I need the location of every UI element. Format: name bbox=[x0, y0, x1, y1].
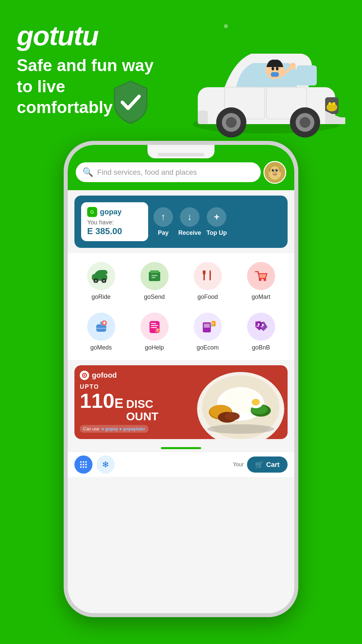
svg-point-37 bbox=[103, 280, 105, 282]
svg-text:?: ? bbox=[157, 329, 159, 332]
service-label-gomart: goMart bbox=[251, 293, 270, 301]
svg-point-46 bbox=[259, 278, 261, 281]
svg-rect-39 bbox=[150, 270, 159, 273]
car-illustration bbox=[178, 20, 355, 148]
svg-point-66 bbox=[262, 324, 264, 326]
svg-rect-44 bbox=[205, 270, 205, 274]
svg-point-47 bbox=[263, 278, 266, 281]
receive-button[interactable]: ↓ Receive bbox=[178, 207, 201, 236]
svg-rect-48 bbox=[259, 274, 265, 278]
search-input[interactable]: Find services, food and places bbox=[97, 168, 254, 177]
svg-rect-17 bbox=[271, 72, 279, 77]
service-label-gosend: goSend bbox=[144, 293, 165, 301]
svg-rect-2 bbox=[297, 65, 317, 86]
service-gomeds[interactable]: goMeds bbox=[74, 309, 128, 355]
svg-point-19 bbox=[276, 67, 279, 70]
topup-button[interactable]: + Top Up bbox=[206, 207, 227, 236]
service-label-gomeds: goMeds bbox=[90, 344, 112, 351]
svg-point-8 bbox=[326, 103, 337, 111]
pay-button[interactable]: ↑ Pay bbox=[154, 207, 173, 236]
discount-label-line1: DISC bbox=[126, 398, 158, 410]
svg-rect-93 bbox=[85, 466, 86, 468]
svg-rect-54 bbox=[104, 321, 105, 324]
svg-rect-57 bbox=[151, 325, 158, 326]
can-use-label: Can use bbox=[83, 426, 99, 431]
svg-point-15 bbox=[300, 117, 310, 128]
app-title: gotutu bbox=[17, 20, 158, 52]
svg-rect-56 bbox=[151, 323, 156, 324]
search-icon: 🔍 bbox=[82, 167, 93, 177]
svg-rect-85 bbox=[80, 461, 81, 463]
grid-menu-icon[interactable] bbox=[74, 455, 93, 474]
currency-symbol: E bbox=[114, 396, 123, 411]
svg-rect-43 bbox=[203, 270, 203, 274]
service-gomart[interactable]: goMart bbox=[234, 259, 288, 304]
svg-rect-68 bbox=[260, 326, 263, 327]
gopay-icon: G bbox=[87, 207, 97, 217]
service-gofood[interactable]: goFood bbox=[181, 259, 234, 304]
svg-rect-89 bbox=[83, 464, 84, 465]
service-label-gobnb: goBnB bbox=[252, 344, 270, 351]
svg-rect-40 bbox=[152, 275, 158, 276]
service-goride[interactable]: goRide bbox=[74, 259, 128, 304]
service-gosend[interactable]: goSend bbox=[128, 259, 181, 304]
svg-rect-42 bbox=[203, 270, 205, 280]
service-label-goecom: goEcom bbox=[196, 344, 219, 351]
svg-rect-88 bbox=[80, 464, 81, 465]
svg-point-12 bbox=[226, 117, 237, 128]
svg-point-18 bbox=[272, 67, 274, 70]
svg-rect-67 bbox=[256, 326, 259, 327]
svg-point-35 bbox=[95, 280, 97, 282]
svg-point-71 bbox=[84, 375, 85, 376]
svg-rect-86 bbox=[83, 461, 84, 463]
svg-point-30 bbox=[273, 169, 274, 170]
service-label-gofood: goFood bbox=[197, 293, 218, 301]
svg-rect-51 bbox=[96, 328, 107, 329]
svg-rect-90 bbox=[85, 464, 86, 465]
svg-rect-92 bbox=[83, 466, 84, 468]
banner-amount: 110E bbox=[80, 390, 123, 411]
shield-icon bbox=[111, 79, 151, 126]
gofood-banner-label: gofood bbox=[92, 371, 117, 380]
svg-rect-91 bbox=[80, 466, 81, 468]
avatar[interactable] bbox=[263, 161, 286, 184]
service-gohelp[interactable]: ? goHelp bbox=[128, 309, 181, 355]
your-label: Your bbox=[233, 462, 244, 468]
service-label-goride: goRide bbox=[92, 293, 111, 301]
svg-rect-38 bbox=[149, 272, 160, 281]
snowflake-icon[interactable]: ❄ bbox=[97, 455, 115, 474]
svg-rect-62 bbox=[204, 324, 210, 328]
payment-options: ● gopay ● gopaylater bbox=[101, 426, 145, 431]
svg-point-81 bbox=[252, 399, 260, 406]
service-goecom[interactable]: goEcom bbox=[181, 309, 234, 355]
svg-rect-9 bbox=[198, 111, 208, 124]
svg-rect-41 bbox=[152, 277, 156, 278]
phone-mockup: 🔍 Find services, food and places bbox=[64, 141, 298, 617]
gopay-label: gopay bbox=[100, 208, 122, 216]
gopay-you-have: You have: bbox=[87, 219, 142, 226]
gopay-balance: E 385.00 bbox=[87, 226, 142, 236]
service-gobnb[interactable]: goBnB bbox=[234, 309, 288, 355]
discount-label-line2: OUNT bbox=[126, 410, 158, 423]
service-label-gohelp: goHelp bbox=[145, 344, 164, 351]
svg-point-84 bbox=[207, 424, 274, 434]
svg-point-31 bbox=[277, 169, 278, 170]
cart-button[interactable]: 🛒 Cart bbox=[247, 457, 288, 473]
svg-rect-87 bbox=[85, 461, 86, 463]
svg-point-83 bbox=[225, 412, 240, 420]
svg-rect-58 bbox=[151, 327, 157, 328]
svg-point-20 bbox=[289, 63, 296, 69]
